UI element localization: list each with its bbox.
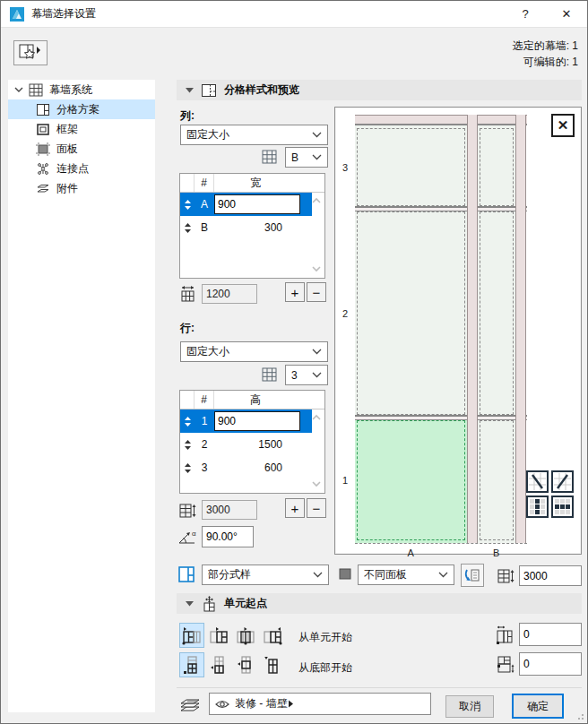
sidebar-item-label: 附件	[56, 181, 78, 196]
start-from-bottom-align-3-button[interactable]	[233, 652, 258, 677]
favorites-button[interactable]	[13, 40, 48, 65]
diagonal-slash-pattern-button[interactable]	[551, 470, 574, 493]
vertical-offset-field[interactable]: 0	[519, 652, 582, 676]
editable-count-text: 可编辑的: 1	[523, 55, 578, 70]
start-from-bottom-align-2-button[interactable]	[206, 652, 231, 677]
table-row[interactable]: 1900	[180, 409, 312, 433]
sidebar-item-label: 连接点	[56, 161, 89, 177]
start-from-bottom-align-4-button[interactable]	[260, 652, 285, 677]
value-edit-field[interactable]: 900	[214, 411, 300, 431]
scroll-down-button[interactable]	[310, 478, 323, 489]
rows-count-value: 3	[291, 369, 312, 382]
columns-label: 列:	[180, 108, 195, 124]
table-row[interactable]: 21500	[180, 433, 312, 456]
tree-root-curtain-wall-system[interactable]: 幕墙系统	[8, 80, 155, 99]
mullion	[467, 115, 478, 543]
preview-panel-A3[interactable]	[355, 125, 467, 209]
row-id: A	[195, 198, 214, 211]
submenu-arrow-icon	[288, 700, 294, 708]
start-from-bottom-align-1-button[interactable]	[179, 652, 204, 677]
scroll-up-button[interactable]	[310, 412, 323, 423]
sidebar-item-accessories[interactable]: 附件	[8, 178, 155, 198]
collapse-triangle-icon	[186, 87, 194, 93]
table-row[interactable]: 3600	[180, 456, 312, 479]
scheme-icon	[35, 102, 51, 116]
collapse-triangle-icon	[186, 600, 194, 607]
diagonal-backslash-icon	[529, 473, 546, 490]
scroll-up-button[interactable]	[310, 195, 323, 206]
preview-column-label: A	[408, 547, 414, 558]
rows-count-dropdown[interactable]: 3	[285, 365, 328, 385]
add-row-button[interactable]: +	[285, 498, 305, 518]
row-handle[interactable]	[180, 439, 195, 451]
cancel-button[interactable]: 取消	[445, 695, 494, 718]
transom	[355, 206, 527, 211]
vertical-offset-icon	[494, 654, 515, 676]
origin-section-header[interactable]: 单元起点	[177, 593, 582, 614]
pattern-scheme-dropdown[interactable]: 部分式样	[202, 565, 329, 585]
row-handle[interactable]	[180, 222, 195, 234]
panel-scheme-value: 不同面板	[364, 567, 438, 582]
ok-button[interactable]: 确定	[512, 694, 564, 719]
column-selection-pattern-button[interactable]	[526, 496, 549, 518]
sidebar-item-label: 分格方案	[56, 102, 99, 117]
unit-origin-icon	[201, 596, 217, 612]
total-width-icon	[178, 285, 197, 304]
start-from-unit-align-right-button[interactable]	[260, 623, 285, 648]
diagonal-backslash-pattern-button[interactable]	[526, 470, 549, 493]
row-handle[interactable]	[180, 416, 195, 427]
preview-panel-B3[interactable]	[478, 125, 515, 209]
remove-row-button[interactable]: −	[307, 498, 326, 518]
angle-field[interactable]: 90.00°	[202, 526, 254, 547]
preview-close-button[interactable]: ✕	[551, 114, 575, 137]
table-row[interactable]: A900	[180, 193, 312, 216]
start-from-unit-align-center-button[interactable]	[233, 623, 258, 648]
grid-count-icon	[262, 150, 277, 164]
sidebar-item-panel[interactable]: 面板	[8, 139, 155, 159]
start-from-unit-align-1-button[interactable]	[179, 623, 204, 648]
row-value: 1500	[214, 438, 297, 451]
sidebar-item-junction[interactable]: 连接点	[8, 159, 155, 178]
row-id: 1	[195, 415, 214, 427]
horizontal-offset-field[interactable]: 0	[519, 623, 582, 646]
preview-panel-B1[interactable]	[478, 418, 515, 543]
columns-count-dropdown[interactable]: B	[285, 147, 328, 168]
align-left-icon	[181, 625, 203, 646]
add-column-button[interactable]: +	[285, 282, 305, 302]
columns-scheme-dropdown[interactable]: 固定大小	[180, 125, 328, 145]
scroll-down-icon	[311, 480, 322, 487]
row-handle[interactable]	[180, 462, 195, 474]
table-row[interactable]: B300	[180, 216, 312, 239]
scroll-down-button[interactable]	[310, 263, 323, 274]
layer-dropdown[interactable]: 装修 - 墙壁	[209, 693, 431, 715]
favorites-icon	[19, 44, 42, 62]
curtain-wall-preview: ✕ 321AB	[334, 107, 582, 555]
preview-panel-A2[interactable]	[355, 209, 467, 418]
rows-scheme-dropdown[interactable]: 固定大小	[180, 341, 328, 362]
close-button[interactable]: ✕	[546, 1, 587, 28]
remove-column-button[interactable]: −	[307, 282, 326, 302]
value-edit-field[interactable]: 900	[214, 194, 300, 214]
row-handle[interactable]	[180, 199, 195, 211]
rows-table[interactable]: #高1900215003600	[179, 390, 325, 494]
mullion	[515, 115, 526, 543]
row-selection-pattern-button[interactable]	[551, 496, 574, 518]
resize-grip[interactable]	[575, 711, 584, 720]
panel-scheme-dropdown[interactable]: 不同面板	[358, 565, 454, 585]
columns-table[interactable]: #宽A900B300	[179, 173, 325, 279]
row-id: B	[195, 221, 214, 234]
preview-panel-B2[interactable]	[478, 209, 515, 418]
pattern-section-header[interactable]: 分格样式和预览	[177, 80, 582, 100]
preview-panel-A1[interactable]	[355, 418, 467, 543]
columns-scheme-value: 固定大小	[186, 127, 312, 142]
total-height-field[interactable]: 3000	[519, 565, 582, 586]
sidebar-item-scheme[interactable]: 分格方案	[8, 99, 155, 119]
table-header: #宽	[180, 174, 324, 193]
sidebar-item-label: 面板	[56, 142, 78, 157]
bottom-align-2-icon	[208, 654, 229, 676]
apply-to-panels-button[interactable]	[461, 564, 484, 587]
sidebar-item-frame[interactable]: 框架	[8, 119, 155, 139]
help-button[interactable]: ?	[505, 1, 546, 28]
start-from-unit-align-2-button[interactable]	[206, 623, 231, 648]
selected-count-text: 选定的幕墙: 1	[513, 39, 578, 54]
